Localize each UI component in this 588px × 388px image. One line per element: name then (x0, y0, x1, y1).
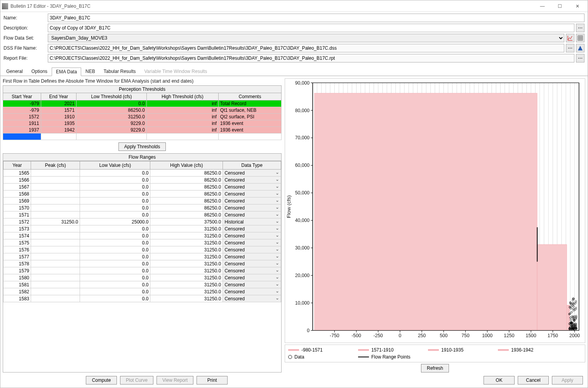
data-type-select[interactable]: Censored (223, 274, 281, 281)
fr-col-header[interactable]: Low Value (cfs) (80, 161, 150, 170)
description-field[interactable] (48, 24, 574, 32)
svg-text:-250: -250 (374, 333, 383, 338)
data-type-select[interactable]: Censored (223, 246, 281, 253)
data-type-select[interactable]: Censored (223, 288, 281, 295)
data-type-select[interactable]: Censored (223, 281, 281, 288)
fr-row[interactable]: 15830.031250.0Censored (3, 295, 281, 302)
plot-icon[interactable] (566, 34, 574, 42)
data-type-select[interactable]: Censored (223, 239, 281, 246)
report-browse-icon[interactable]: ⋯ (576, 54, 585, 62)
close-button[interactable]: ✕ (569, 0, 586, 12)
data-type-select[interactable]: Censored (223, 184, 281, 191)
svg-rect-0 (578, 36, 583, 40)
fr-row[interactable]: 15800.031250.0Censored (3, 274, 281, 281)
svg-rect-68 (537, 244, 567, 331)
fr-col-header[interactable]: Peak (cfs) (31, 161, 80, 170)
compute-button[interactable]: Compute (86, 376, 117, 385)
fr-row[interactable]: 15770.031250.0Censored (3, 253, 281, 260)
data-type-select[interactable]: Censored (223, 197, 281, 204)
data-type-select[interactable]: Historical (223, 218, 281, 225)
minimize-button[interactable]: — (534, 0, 551, 12)
legend-band-1: 1571-1910 (371, 347, 393, 353)
flow-ranges-scroll[interactable]: YearPeak (cfs)Low Value (cfs)High Value … (3, 161, 282, 372)
maximize-button[interactable]: ☐ (551, 0, 569, 12)
data-type-select[interactable]: Censored (223, 260, 281, 267)
dss-field[interactable] (48, 44, 564, 52)
data-type-select[interactable]: Censored (223, 191, 281, 197)
tab-ema-data[interactable]: EMA Data (52, 68, 81, 76)
pt-col-header[interactable]: End Year (41, 93, 76, 100)
pt-row[interactable]: -97920210.0infTotal Record (3, 100, 282, 107)
data-type-select[interactable]: Censored (223, 211, 281, 218)
description-edit-icon[interactable]: ⋯ (576, 24, 585, 32)
data-type-select[interactable]: Censored (223, 170, 281, 177)
pt-col-header[interactable]: Low Threshold (cfs) (77, 93, 147, 100)
fr-col-header[interactable]: High Value (cfs) (150, 161, 223, 170)
svg-text:0: 0 (399, 333, 402, 338)
svg-text:30,000: 30,000 (295, 245, 310, 251)
fr-row[interactable]: 15670.086250.0Censored (3, 184, 281, 191)
fr-row[interactable]: 15710.086250.0Censored (3, 211, 281, 218)
refresh-button[interactable]: Refresh (421, 364, 449, 372)
data-type-select[interactable]: Censored (223, 204, 281, 211)
pt-col-header[interactable]: Start Year (3, 93, 41, 100)
fr-col-header[interactable]: Year (3, 161, 31, 170)
ok-button[interactable]: OK (484, 376, 515, 385)
flowset-select[interactable]: SayersDam_3day_MOVE3 (48, 34, 564, 42)
pt-row[interactable]: 193719429229.0inf1936 event (3, 127, 282, 133)
dss-browse-icon[interactable]: ⋯ (566, 44, 574, 52)
data-type-select[interactable]: Censored (223, 295, 281, 302)
tab-general[interactable]: General (2, 67, 27, 76)
pt-col-header[interactable]: Comments (218, 93, 281, 100)
name-field[interactable] (48, 14, 585, 22)
apply-button: Apply (552, 376, 583, 385)
fr-row[interactable]: 15760.031250.0Censored (3, 246, 281, 253)
data-type-select[interactable]: Censored (223, 253, 281, 260)
pt-row[interactable]: 191119359229.0inf1936 event (3, 120, 282, 127)
fr-row[interactable]: 15740.031250.0Censored (3, 232, 281, 239)
flow-chart[interactable]: -750-500-2500250500750100012501500175020… (285, 78, 585, 343)
report-field[interactable] (48, 54, 574, 62)
fr-row[interactable]: 15750.031250.0Censored (3, 239, 281, 246)
table-icon[interactable] (576, 34, 585, 42)
data-type-select[interactable]: Censored (223, 232, 281, 239)
svg-text:60,000: 60,000 (295, 163, 310, 168)
dss-label: DSS File Name: (3, 45, 46, 51)
svg-text:0: 0 (307, 328, 310, 333)
data-type-select[interactable]: Censored (223, 177, 281, 184)
fr-row[interactable]: 15690.086250.0Censored (3, 197, 281, 204)
swatch-circle-icon (288, 355, 292, 359)
print-button[interactable]: Print (197, 376, 228, 385)
fr-row[interactable]: 15650.086250.0Censored (3, 170, 281, 177)
pt-row[interactable] (3, 133, 282, 140)
flow-ranges-table[interactable]: YearPeak (cfs)Low Value (cfs)High Value … (3, 161, 281, 302)
tab-variable-time: Variable Time Window Results (140, 67, 212, 76)
pt-row[interactable]: -979157186250.0infQt1 surface, NEB (3, 107, 282, 114)
tab-tabular[interactable]: Tabular Results (99, 67, 140, 76)
fr-row[interactable]: 15680.086250.0Censored (3, 191, 281, 197)
svg-text:250: 250 (418, 333, 426, 338)
tab-neb[interactable]: NEB (81, 67, 99, 76)
tab-bar: General Options EMA Data NEB Tabular Res… (0, 67, 588, 76)
fr-row[interactable]: 15730.031250.0Censored (3, 225, 281, 232)
swatch-pink-icon (498, 349, 509, 351)
fr-col-header[interactable]: Data Type (223, 161, 281, 170)
fr-row[interactable]: 15820.031250.0Censored (3, 288, 281, 295)
tab-options[interactable]: Options (27, 67, 52, 76)
apply-thresholds-button[interactable]: Apply Thresholds (118, 142, 166, 151)
pt-col-header[interactable]: High Threshold (cfs) (146, 93, 218, 100)
fr-row[interactable]: 15780.031250.0Censored (3, 260, 281, 267)
fr-row[interactable]: 15790.031250.0Censored (3, 267, 281, 274)
cancel-button[interactable]: Cancel (518, 376, 549, 385)
report-label: Report File: (3, 55, 46, 61)
perception-thresholds-table[interactable]: Perception Thresholds Start YearEnd Year… (3, 85, 282, 140)
data-type-select[interactable]: Censored (223, 267, 281, 274)
fr-row[interactable]: 15810.031250.0Censored (3, 281, 281, 288)
dss-graph-icon[interactable] (576, 44, 585, 52)
fr-row[interactable]: 157231250.025000.037500.0Historical (3, 218, 281, 225)
data-type-select[interactable]: Censored (223, 225, 281, 232)
form-area: Name: Description: ⋯ Flow Data Set: Saye… (0, 12, 588, 66)
fr-row[interactable]: 15660.086250.0Censored (3, 177, 281, 184)
fr-row[interactable]: 15700.086250.0Censored (3, 204, 281, 211)
pt-row[interactable]: 1572191031250.0infQt2 surface, PSI (3, 114, 282, 120)
